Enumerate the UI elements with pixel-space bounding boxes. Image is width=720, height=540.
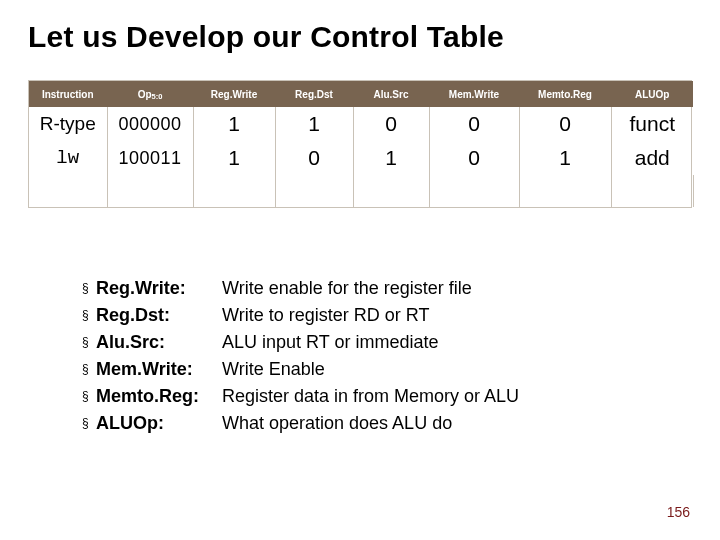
slide-title: Let us Develop our Control Table	[28, 20, 504, 54]
cell-instr: R-type	[29, 107, 107, 141]
bullet-icon: §	[82, 383, 96, 410]
col-header-memtoreg: Memto.Reg	[519, 81, 611, 107]
cell-regwrite: 1	[193, 141, 275, 175]
definition-item: § Memto.Reg: Register data in from Memor…	[82, 383, 519, 410]
cell-regdst: 1	[275, 107, 353, 141]
cell-instr: lw	[29, 141, 107, 175]
cell-alusrc: 1	[353, 141, 429, 175]
definition-desc: Register data in from Memory or ALU	[222, 383, 519, 410]
table-row: R-type 000000 1 1 0 0 0 funct	[29, 107, 693, 141]
definition-desc: Write Enable	[222, 356, 519, 383]
definition-item: § ALUOp: What operation does ALU do	[82, 410, 519, 437]
definition-term: Mem.Write:	[96, 356, 222, 383]
definition-item: § Reg.Write: Write enable for the regist…	[82, 275, 519, 302]
cell-memtoreg: 1	[519, 141, 611, 175]
slide: Let us Develop our Control Table Instruc…	[0, 0, 720, 540]
definition-desc: Write to register RD or RT	[222, 302, 519, 329]
definition-term: Memto.Reg:	[96, 383, 222, 410]
table-row-blank	[29, 175, 693, 207]
bullet-icon: §	[82, 302, 96, 329]
cell-alusrc: 0	[353, 107, 429, 141]
cell-op: 000000	[107, 107, 193, 141]
cell-regdst: 0	[275, 141, 353, 175]
definition-desc: What operation does ALU do	[222, 410, 519, 437]
cell-regwrite: 1	[193, 107, 275, 141]
table-row: lw 100011 1 0 1 0 1 add	[29, 141, 693, 175]
bullet-icon: §	[82, 356, 96, 383]
definition-term: Reg.Dst:	[96, 302, 222, 329]
control-table-inner: Instruction Op5:0 Reg.Write Reg.Dst Alu.…	[29, 81, 694, 207]
definitions-list: § Reg.Write: Write enable for the regist…	[82, 275, 519, 437]
control-table: Instruction Op5:0 Reg.Write Reg.Dst Alu.…	[28, 80, 692, 208]
definition-desc: ALU input RT or immediate	[222, 329, 519, 356]
definition-item: § Reg.Dst: Write to register RD or RT	[82, 302, 519, 329]
cell-op: 100011	[107, 141, 193, 175]
bullet-icon: §	[82, 329, 96, 356]
definition-desc: Write enable for the register file	[222, 275, 519, 302]
cell-memwrite: 0	[429, 141, 519, 175]
cell-memtoreg: 0	[519, 107, 611, 141]
op-label: Op	[138, 89, 152, 100]
cell-memwrite: 0	[429, 107, 519, 141]
bullet-icon: §	[82, 275, 96, 302]
definition-term: Reg.Write:	[96, 275, 222, 302]
col-header-op: Op5:0	[107, 81, 193, 107]
cell-aluop: add	[611, 141, 693, 175]
bullet-icon: §	[82, 410, 96, 437]
col-header-memwrite: Mem.Write	[429, 81, 519, 107]
cell-aluop: funct	[611, 107, 693, 141]
table-header-row: Instruction Op5:0 Reg.Write Reg.Dst Alu.…	[29, 81, 693, 107]
col-header-aluop: ALUOp	[611, 81, 693, 107]
col-header-instruction: Instruction	[29, 81, 107, 107]
definition-term: Alu.Src:	[96, 329, 222, 356]
definition-term: ALUOp:	[96, 410, 222, 437]
col-header-regwrite: Reg.Write	[193, 81, 275, 107]
op-sub: 5:0	[152, 92, 163, 101]
page-number: 156	[667, 504, 690, 520]
definition-item: § Mem.Write: Write Enable	[82, 356, 519, 383]
col-header-regdst: Reg.Dst	[275, 81, 353, 107]
definition-item: § Alu.Src: ALU input RT or immediate	[82, 329, 519, 356]
col-header-alusrc: Alu.Src	[353, 81, 429, 107]
